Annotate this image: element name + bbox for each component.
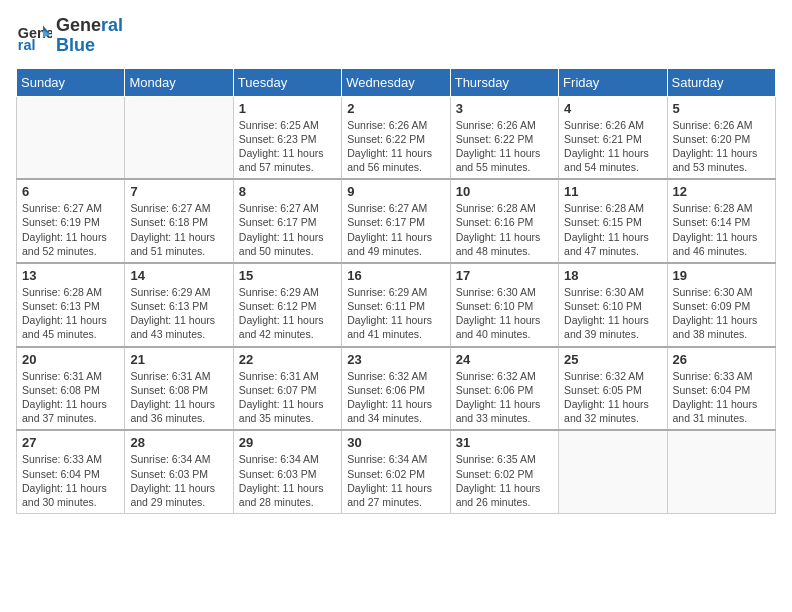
day-info: Sunrise: 6:28 AM Sunset: 6:14 PM Dayligh… — [673, 201, 770, 258]
calendar-cell — [17, 96, 125, 179]
day-info: Sunrise: 6:25 AM Sunset: 6:23 PM Dayligh… — [239, 118, 336, 175]
day-number: 14 — [130, 268, 227, 283]
calendar-cell: 31Sunrise: 6:35 AM Sunset: 6:02 PM Dayli… — [450, 430, 558, 513]
day-number: 29 — [239, 435, 336, 450]
calendar-cell: 23Sunrise: 6:32 AM Sunset: 6:06 PM Dayli… — [342, 347, 450, 431]
logo: Gene ral General Blue — [16, 16, 123, 56]
day-number: 4 — [564, 101, 661, 116]
calendar-cell: 30Sunrise: 6:34 AM Sunset: 6:02 PM Dayli… — [342, 430, 450, 513]
day-number: 16 — [347, 268, 444, 283]
calendar-cell: 5Sunrise: 6:26 AM Sunset: 6:20 PM Daylig… — [667, 96, 775, 179]
calendar-cell: 1Sunrise: 6:25 AM Sunset: 6:23 PM Daylig… — [233, 96, 341, 179]
calendar-cell — [125, 96, 233, 179]
day-info: Sunrise: 6:32 AM Sunset: 6:06 PM Dayligh… — [456, 369, 553, 426]
day-number: 5 — [673, 101, 770, 116]
day-info: Sunrise: 6:31 AM Sunset: 6:07 PM Dayligh… — [239, 369, 336, 426]
day-info: Sunrise: 6:30 AM Sunset: 6:09 PM Dayligh… — [673, 285, 770, 342]
day-info: Sunrise: 6:30 AM Sunset: 6:10 PM Dayligh… — [564, 285, 661, 342]
calendar-cell: 15Sunrise: 6:29 AM Sunset: 6:12 PM Dayli… — [233, 263, 341, 347]
day-info: Sunrise: 6:27 AM Sunset: 6:19 PM Dayligh… — [22, 201, 119, 258]
calendar-cell: 25Sunrise: 6:32 AM Sunset: 6:05 PM Dayli… — [559, 347, 667, 431]
calendar-cell: 13Sunrise: 6:28 AM Sunset: 6:13 PM Dayli… — [17, 263, 125, 347]
logo-text: General Blue — [56, 16, 123, 56]
day-info: Sunrise: 6:33 AM Sunset: 6:04 PM Dayligh… — [22, 452, 119, 509]
day-info: Sunrise: 6:28 AM Sunset: 6:16 PM Dayligh… — [456, 201, 553, 258]
weekday-header: Thursday — [450, 68, 558, 96]
day-info: Sunrise: 6:33 AM Sunset: 6:04 PM Dayligh… — [673, 369, 770, 426]
weekday-header: Monday — [125, 68, 233, 96]
page-header: Gene ral General Blue — [16, 16, 776, 56]
day-info: Sunrise: 6:31 AM Sunset: 6:08 PM Dayligh… — [130, 369, 227, 426]
day-number: 12 — [673, 184, 770, 199]
calendar-cell: 10Sunrise: 6:28 AM Sunset: 6:16 PM Dayli… — [450, 179, 558, 263]
day-number: 15 — [239, 268, 336, 283]
day-number: 31 — [456, 435, 553, 450]
day-number: 11 — [564, 184, 661, 199]
calendar-cell: 22Sunrise: 6:31 AM Sunset: 6:07 PM Dayli… — [233, 347, 341, 431]
calendar-cell: 19Sunrise: 6:30 AM Sunset: 6:09 PM Dayli… — [667, 263, 775, 347]
day-info: Sunrise: 6:30 AM Sunset: 6:10 PM Dayligh… — [456, 285, 553, 342]
calendar-cell: 24Sunrise: 6:32 AM Sunset: 6:06 PM Dayli… — [450, 347, 558, 431]
svg-text:ral: ral — [18, 37, 36, 53]
day-info: Sunrise: 6:34 AM Sunset: 6:03 PM Dayligh… — [130, 452, 227, 509]
calendar-cell: 7Sunrise: 6:27 AM Sunset: 6:18 PM Daylig… — [125, 179, 233, 263]
day-number: 3 — [456, 101, 553, 116]
day-info: Sunrise: 6:26 AM Sunset: 6:20 PM Dayligh… — [673, 118, 770, 175]
day-number: 17 — [456, 268, 553, 283]
calendar-cell: 20Sunrise: 6:31 AM Sunset: 6:08 PM Dayli… — [17, 347, 125, 431]
day-info: Sunrise: 6:29 AM Sunset: 6:12 PM Dayligh… — [239, 285, 336, 342]
calendar-cell: 9Sunrise: 6:27 AM Sunset: 6:17 PM Daylig… — [342, 179, 450, 263]
day-info: Sunrise: 6:32 AM Sunset: 6:05 PM Dayligh… — [564, 369, 661, 426]
day-number: 30 — [347, 435, 444, 450]
day-info: Sunrise: 6:32 AM Sunset: 6:06 PM Dayligh… — [347, 369, 444, 426]
day-info: Sunrise: 6:28 AM Sunset: 6:13 PM Dayligh… — [22, 285, 119, 342]
day-info: Sunrise: 6:31 AM Sunset: 6:08 PM Dayligh… — [22, 369, 119, 426]
day-info: Sunrise: 6:29 AM Sunset: 6:13 PM Dayligh… — [130, 285, 227, 342]
day-number: 8 — [239, 184, 336, 199]
calendar-cell: 2Sunrise: 6:26 AM Sunset: 6:22 PM Daylig… — [342, 96, 450, 179]
day-number: 28 — [130, 435, 227, 450]
calendar-cell: 17Sunrise: 6:30 AM Sunset: 6:10 PM Dayli… — [450, 263, 558, 347]
day-number: 18 — [564, 268, 661, 283]
calendar-table: SundayMondayTuesdayWednesdayThursdayFrid… — [16, 68, 776, 514]
day-number: 19 — [673, 268, 770, 283]
weekday-header: Saturday — [667, 68, 775, 96]
weekday-header: Sunday — [17, 68, 125, 96]
calendar-cell: 27Sunrise: 6:33 AM Sunset: 6:04 PM Dayli… — [17, 430, 125, 513]
calendar-cell: 8Sunrise: 6:27 AM Sunset: 6:17 PM Daylig… — [233, 179, 341, 263]
calendar-cell: 18Sunrise: 6:30 AM Sunset: 6:10 PM Dayli… — [559, 263, 667, 347]
day-info: Sunrise: 6:27 AM Sunset: 6:17 PM Dayligh… — [239, 201, 336, 258]
weekday-header: Wednesday — [342, 68, 450, 96]
calendar-cell: 11Sunrise: 6:28 AM Sunset: 6:15 PM Dayli… — [559, 179, 667, 263]
day-number: 25 — [564, 352, 661, 367]
day-number: 26 — [673, 352, 770, 367]
day-number: 9 — [347, 184, 444, 199]
day-number: 20 — [22, 352, 119, 367]
calendar-cell: 21Sunrise: 6:31 AM Sunset: 6:08 PM Dayli… — [125, 347, 233, 431]
weekday-header: Friday — [559, 68, 667, 96]
day-number: 13 — [22, 268, 119, 283]
calendar-cell: 4Sunrise: 6:26 AM Sunset: 6:21 PM Daylig… — [559, 96, 667, 179]
calendar-cell: 3Sunrise: 6:26 AM Sunset: 6:22 PM Daylig… — [450, 96, 558, 179]
calendar-cell: 12Sunrise: 6:28 AM Sunset: 6:14 PM Dayli… — [667, 179, 775, 263]
day-info: Sunrise: 6:29 AM Sunset: 6:11 PM Dayligh… — [347, 285, 444, 342]
day-info: Sunrise: 6:35 AM Sunset: 6:02 PM Dayligh… — [456, 452, 553, 509]
weekday-header: Tuesday — [233, 68, 341, 96]
calendar-header: SundayMondayTuesdayWednesdayThursdayFrid… — [17, 68, 776, 96]
calendar-cell — [559, 430, 667, 513]
day-number: 1 — [239, 101, 336, 116]
day-number: 27 — [22, 435, 119, 450]
day-number: 22 — [239, 352, 336, 367]
day-number: 24 — [456, 352, 553, 367]
day-info: Sunrise: 6:27 AM Sunset: 6:17 PM Dayligh… — [347, 201, 444, 258]
day-info: Sunrise: 6:28 AM Sunset: 6:15 PM Dayligh… — [564, 201, 661, 258]
day-number: 10 — [456, 184, 553, 199]
calendar-cell: 14Sunrise: 6:29 AM Sunset: 6:13 PM Dayli… — [125, 263, 233, 347]
calendar-cell: 29Sunrise: 6:34 AM Sunset: 6:03 PM Dayli… — [233, 430, 341, 513]
calendar-cell: 28Sunrise: 6:34 AM Sunset: 6:03 PM Dayli… — [125, 430, 233, 513]
logo-icon: Gene ral — [16, 18, 52, 54]
day-number: 21 — [130, 352, 227, 367]
day-info: Sunrise: 6:27 AM Sunset: 6:18 PM Dayligh… — [130, 201, 227, 258]
day-number: 23 — [347, 352, 444, 367]
day-number: 6 — [22, 184, 119, 199]
